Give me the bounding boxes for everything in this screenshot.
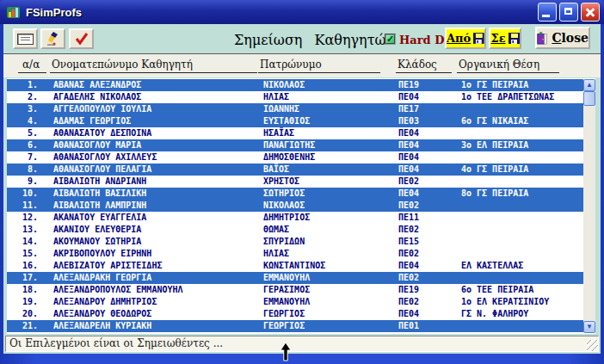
window-title: FSimProfs	[26, 6, 82, 19]
status-bar: Οι Επιλεγμένοι είναι οι Σημειωθέντες ...	[5, 336, 599, 352]
close-window-button[interactable]	[581, 3, 600, 22]
father-name: ΕΜΜΑΝΟΥΗΛ	[251, 272, 386, 284]
check-mark-button[interactable]	[69, 28, 94, 49]
organic-position	[449, 236, 583, 248]
edit-mark-button[interactable]	[40, 28, 65, 49]
maximize-button[interactable]	[559, 3, 578, 22]
organic-position: 8ο ΓΣ ΠΕΙΡΑΙΑ	[449, 188, 583, 200]
save-to-disk-button[interactable]: Σε	[489, 28, 521, 49]
header-branch[interactable]: Κλάδος	[396, 59, 452, 73]
table-row[interactable]: 8. ΑΘΑΝΑΣΟΓΛΟΥ ΠΕΛΑΓΙΑ ΒΑΪΟΣ ΠΕ04 4ο ΓΣ …	[7, 163, 583, 176]
teacher-name: ΑΘΑΝΑΣΟΓΛΟΥ ΜΑΡΙΑ	[41, 139, 251, 151]
father-name: ΠΑΝΑΓΙΩΤΗΣ	[251, 139, 386, 151]
organic-position	[449, 320, 583, 332]
table-row[interactable]: 17. ΑΛΕΞΑΝΔΡΑΚΗ ΓΕΩΡΓΙΑ ΕΜΜΑΝΟΥΗΛ ΠΕ02	[7, 272, 583, 284]
table-row[interactable]: 14. ΑΚΟΥΜΑΝΟΥ ΣΩΤΗΡΙΑ ΣΠΥΡΙΔΩΝ ΠΕ15	[7, 236, 583, 248]
organic-position	[449, 248, 583, 260]
minimize-button[interactable]	[538, 3, 557, 22]
teacher-name: ΑΒΑΝΑΣ ΑΛΕΞΑΝΔΡΟΣ	[41, 79, 251, 91]
list-view-button[interactable]	[13, 28, 38, 49]
row-number: 16.	[7, 260, 41, 272]
header-position[interactable]: Οργανική Θέση	[457, 59, 559, 73]
table-row[interactable]: 20. ΑΛΕΞΑΝΔΡΟΥ ΘΕΟΔΩΡΟΣ ΓΕΩΡΓΙΟΣ ΠΕ04 ΓΣ…	[7, 308, 583, 320]
table-row[interactable]: 11. ΑΙΒΑΛΙΩΤΗ ΛΑΜΠΡΙΝΗ ΝΙΚΟΛΑΟΣ ΠΕ02	[7, 200, 583, 212]
organic-position: 1ο ΕΛ ΚΕΡΑΤΣΙΝΙΟΥ	[449, 296, 583, 308]
row-number: 11.	[7, 200, 41, 212]
father-name: ΝΙΚΟΛΑΟΣ	[251, 79, 386, 91]
close-button-label: Close	[552, 31, 589, 45]
table-row[interactable]: 10. ΑΙΒΑΛΙΩΤΗ ΒΑΣΙΛΙΚΗ ΣΩΤΗΡΙΟΣ ΠΕ04 8ο …	[7, 188, 583, 200]
row-number: 7.	[7, 151, 41, 163]
table-row[interactable]: 13. ΑΚΑΝΙΟΥ ΕΛΕΥΘΕΡΙΑ ΘΩΜΑΣ ΠΕ02	[7, 224, 583, 236]
teacher-name: ΑΛΕΞΑΝΔΡΑΚΗ ΓΕΩΡΓΙΑ	[41, 272, 251, 284]
table-row[interactable]: 1. ΑΒΑΝΑΣ ΑΛΕΞΑΝΔΡΟΣ ΝΙΚΟΛΑΟΣ ΠΕ19 1ο ΓΣ…	[7, 79, 583, 91]
father-name: ΗΛΙΑΣ	[251, 91, 386, 103]
branch-code: ΠΕ04	[386, 308, 449, 320]
teacher-rows: 1. ΑΒΑΝΑΣ ΑΛΕΞΑΝΔΡΟΣ ΝΙΚΟΛΑΟΣ ΠΕ19 1ο ΓΣ…	[7, 79, 583, 332]
table-row[interactable]: 21. ΑΛΕΞΑΝΔΡΕΛΗ ΚΥΡΙΑΚΗ ΓΕΩΡΓΙΟΣ ΠΕ01	[7, 320, 583, 332]
load-from-disk-button[interactable]: Από	[445, 28, 486, 49]
card-list-icon	[17, 34, 34, 45]
teacher-name: ΑΔΑΜΑΣ ΓΕΩΡΓΙΟΣ	[41, 115, 251, 127]
row-number: 9.	[7, 176, 41, 188]
teacher-name: ΑΚΑΝΙΟΥ ΕΛΕΥΘΕΡΙΑ	[41, 224, 251, 236]
branch-code: ΠΕ04	[386, 91, 449, 103]
table-row[interactable]: 4. ΑΔΑΜΑΣ ΓΕΩΡΓΙΟΣ ΕΥΣΤΑΘΙΟΣ ΠΕ03 6ο ΓΣ …	[7, 115, 583, 127]
row-number: 15.	[7, 248, 41, 260]
header-name[interactable]: Ονοματεπώνυμο Καθηγητή	[50, 59, 257, 73]
branch-code: ΠΕ01	[386, 320, 449, 332]
row-number: 21.	[7, 320, 41, 332]
exit-door-icon	[537, 30, 547, 46]
table-row[interactable]: 5. ΑΘΑΝΑΣΑΤΟΥ ΔΕΣΠΟΙΝΑ ΗΣΑΪΑΣ ΠΕ04	[7, 127, 583, 139]
father-name: ΘΩΜΑΣ	[251, 224, 386, 236]
teacher-name: ΑΓΓΕΛΟΠΟΥΛΟΥ ΙΟΥΛΙΑ	[41, 103, 251, 115]
organic-position	[449, 272, 583, 284]
branch-code: ΠΕ15	[386, 236, 449, 248]
table-header: α/α Ονοματεπώνυμο Καθηγητή Πατρώνυμο Κλά…	[3, 53, 601, 77]
title-bar[interactable]: FSimProfs	[0, 0, 604, 24]
table-row[interactable]: 19. ΑΛΕΞΑΝΔΡΟΥ ΔΗΜΗΤΡΙΟΣ ΕΜΜΑΝΟΥΗΛ ΠΕ02 …	[7, 296, 583, 308]
resize-grip[interactable]	[587, 340, 598, 351]
scrollbar[interactable]: ▲ ▼	[583, 79, 595, 333]
table-row[interactable]: 3. ΑΓΓΕΛΟΠΟΥΛΟΥ ΙΟΥΛΙΑ ΙΩΑΝΝΗΣ ΠΕ17	[7, 103, 583, 115]
table-row[interactable]: 16. ΑΛΕΒΙΖΑΤΟΥ ΑΡΙΣΤΕΙΔΗΣ ΚΩΝΣΤΑΝΤΙΝΟΣ Π…	[7, 260, 583, 272]
table-row[interactable]: 15. ΑΚΡΙΒΟΠΟΥΛΟΥ ΕΙΡΗΝΗ ΗΛΙΑΣ ΠΕ02	[7, 248, 583, 260]
chevron-down-icon: ▼	[586, 323, 593, 330]
row-number: 8.	[7, 163, 41, 176]
branch-code: ΠΕ02	[386, 224, 449, 236]
branch-code: ΠΕ02	[386, 200, 449, 212]
organic-position	[449, 200, 583, 212]
table-row[interactable]: 12. ΑΚΑΝΑΤΟΥ ΕΥΑΓΓΕΛΙΑ ΔΗΜΗΤΡΙΟΣ ΠΕ11	[7, 212, 583, 224]
app-window: FSimProfs	[0, 0, 604, 364]
table-row[interactable]: 7. ΑΘΑΝΑΣΟΓΛΟΥ ΑΧΙΛΛΕΥΣ ΔΗΜΟΣΘΕΝΗΣ ΠΕ04	[7, 151, 583, 163]
close-button[interactable]: Close	[535, 27, 590, 49]
teacher-name: ΑΚΡΙΒΟΠΟΥΛΟΥ ΕΙΡΗΝΗ	[41, 248, 251, 260]
scrollbar-thumb[interactable]	[583, 91, 595, 106]
teacher-name: ΑΘΑΝΑΣΑΤΟΥ ΔΕΣΠΟΙΝΑ	[41, 127, 251, 139]
branch-code: ΠΕ02	[386, 248, 449, 260]
table-row[interactable]: 2. ΑΓΑΔΕΛΗΣ ΝΙΚΟΛΑΟΣ ΗΛΙΑΣ ΠΕ04 1ο ΤΕΕ Δ…	[7, 91, 583, 103]
organic-position	[449, 212, 583, 224]
teacher-name: ΑΛΕΞΑΝΔΡΕΛΗ ΚΥΡΙΑΚΗ	[41, 320, 251, 332]
table-row[interactable]: 9. ΑΙΒΑΛΙΩΤΗ ΑΝΔΡΙΑΝΗ ΧΡΗΣΤΟΣ ΠΕ02	[7, 176, 583, 188]
hard-disk-checkbox[interactable]: ✓	[385, 34, 396, 45]
scrollbar-down-button[interactable]: ▼	[583, 321, 595, 333]
row-number: 2.	[7, 91, 41, 103]
father-name: ΓΕΩΡΓΙΟΣ	[251, 308, 386, 320]
row-number: 19.	[7, 296, 41, 308]
header-father[interactable]: Πατρώνυμο	[258, 59, 380, 73]
branch-code: ΠΕ04	[386, 163, 449, 176]
checkmark-icon	[74, 32, 89, 46]
organic-position: 6ο ΓΣ ΝΙΚΑΙΑΣ	[449, 115, 583, 127]
organic-position: ΕΛ ΚΑΣΤΕΛΛΑΣ	[449, 260, 583, 272]
table-row[interactable]: 6. ΑΘΑΝΑΣΟΓΛΟΥ ΜΑΡΙΑ ΠΑΝΑΓΙΩΤΗΣ ΠΕ04 3ο …	[7, 139, 583, 151]
table-row[interactable]: 18. ΑΛΕΞΑΝΔΡΟΠΟΥΛΟΣ ΕΜΜΑΝΟΥΗΛ ΓΕΡΑΣΙΜΟΣ …	[7, 284, 583, 296]
teacher-name: ΑΛΕΞΑΝΔΡΟΠΟΥΛΟΣ ΕΜΜΑΝΟΥΗΛ	[41, 284, 251, 296]
father-name: ΝΙΚΟΛΑΟΣ	[251, 200, 386, 212]
header-aa[interactable]: α/α	[18, 59, 46, 73]
pencil-icon	[46, 31, 61, 46]
row-number: 17.	[7, 272, 41, 284]
branch-code: ΠΕ02	[386, 272, 449, 284]
row-number: 20.	[7, 308, 41, 320]
scrollbar-up-button[interactable]: ▲	[583, 79, 595, 91]
